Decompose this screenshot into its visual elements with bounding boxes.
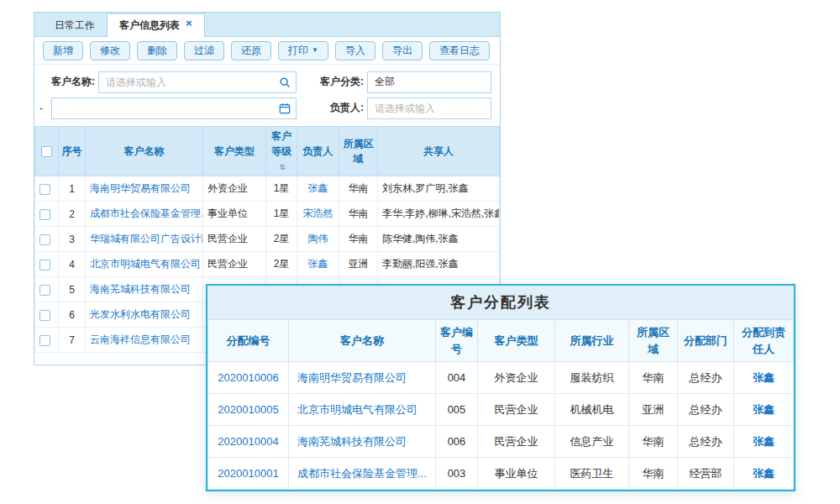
owner-link[interactable]: 陶伟: [308, 233, 328, 244]
col-header-owner[interactable]: 负责人: [297, 127, 339, 176]
customer-type: 外资企业: [478, 362, 555, 394]
department: 总经办: [678, 362, 734, 394]
sort-icon[interactable]: ⇅: [279, 163, 286, 171]
customer-name-cell: 华瑞城有限公司广告设计部: [86, 227, 203, 252]
col-header-alloc-no: 分配编号: [208, 320, 289, 362]
alloc-no-link[interactable]: 2020010005: [218, 403, 278, 416]
date-range-dash: -: [39, 102, 48, 114]
import-button[interactable]: 导入: [335, 41, 375, 60]
row-check-cell: [35, 227, 59, 252]
alloc-no-link[interactable]: 2020010004: [218, 435, 278, 448]
modify-button[interactable]: 修改: [90, 41, 130, 60]
alloc-no-link[interactable]: 2020010006: [218, 371, 278, 384]
select-all-checkbox[interactable]: [41, 146, 52, 157]
owner-label: 负责人:: [330, 101, 364, 115]
region: 华南: [339, 227, 378, 252]
customer-name-cell: 海南芜城科技有限公司: [289, 426, 436, 458]
row-checkbox[interactable]: [39, 234, 50, 245]
alloc-no-link[interactable]: 2020010001: [218, 467, 278, 480]
view-log-button[interactable]: 查看日志: [429, 41, 490, 60]
tab-daily-work[interactable]: 日常工作: [43, 14, 107, 36]
customer-type: 民营企业: [203, 227, 266, 252]
tab-close-icon[interactable]: ×: [186, 18, 192, 29]
col-header-no[interactable]: 序号: [59, 127, 86, 176]
customer-name-link[interactable]: 北京市明城电气有限公司: [297, 403, 417, 416]
shared-people: 刘东林,罗广明,张鑫: [378, 176, 500, 202]
customer-row[interactable]: 3 华瑞城有限公司广告设计部 民营企业 2星 陶伟 华南 陈华健,陶伟,张鑫: [35, 227, 500, 252]
customer-category-select[interactable]: 全部: [367, 71, 491, 93]
department: 总经办: [678, 426, 734, 458]
allocation-row[interactable]: 2020010006 海南明华贸易有限公司 004 外资企业 服装纺织 华南 总…: [208, 362, 794, 394]
customer-row[interactable]: 1 海南明华贸易有限公司 外资企业 1星 张鑫 华南 刘东林,罗广明,张鑫: [35, 176, 500, 202]
customer-name-link[interactable]: 海南明华贸易有限公司: [297, 371, 407, 384]
delete-button[interactable]: 删除: [137, 41, 177, 60]
customer-name-link[interactable]: 云南海祥信息有限公司: [90, 333, 191, 345]
customer-row[interactable]: 2 成都市社会保险基金管理... 事业单位 1星 宋浩然 华南 李华,李婷,柳琳…: [35, 202, 500, 227]
customer-row[interactable]: 4 北京市明城电气有限公司 民营企业 2星 张鑫 亚洲 李勤丽,阳强,张鑫: [35, 252, 500, 277]
row-check-cell: [35, 176, 59, 202]
row-no: 7: [59, 328, 86, 353]
customer-name-link[interactable]: 海南芜城科技有限公司: [297, 435, 407, 448]
assignee-link[interactable]: 张鑫: [753, 467, 774, 480]
export-button[interactable]: 导出: [382, 41, 423, 60]
customer-name-input[interactable]: [99, 72, 296, 92]
assignee-cell: 张鑫: [734, 426, 794, 458]
restore-button[interactable]: 还原: [231, 41, 271, 60]
col-header-region[interactable]: 所属区域: [339, 127, 378, 176]
col-header-customer-type[interactable]: 客户类型: [203, 127, 266, 176]
assignee-link[interactable]: 张鑫: [753, 403, 774, 416]
assignee-link[interactable]: 张鑫: [753, 371, 774, 384]
row-checkbox[interactable]: [39, 260, 50, 270]
alloc-no-cell: 2020010005: [208, 394, 289, 426]
add-button[interactable]: 新增: [43, 41, 83, 60]
row-no: 3: [59, 227, 86, 252]
customer-name-link[interactable]: 成都市社会保险基金管理...: [90, 207, 203, 219]
customer-name-link[interactable]: 光发水利水电有限公司: [90, 308, 191, 320]
industry: 机械机电: [555, 394, 629, 426]
customer-no: 004: [436, 362, 478, 394]
region: 亚洲: [339, 252, 378, 277]
row-no: 5: [59, 277, 86, 302]
filter-button[interactable]: 过滤: [184, 41, 224, 60]
row-checkbox[interactable]: [39, 335, 50, 346]
filter-area: 客户名称: 客户分类: 全部 -: [34, 65, 500, 126]
allocation-row[interactable]: 2020010001 成都市社会保险基金管理... 003 事业单位 医药卫生 …: [208, 458, 794, 490]
alloc-no-cell: 2020010004: [208, 426, 289, 458]
row-checkbox[interactable]: [39, 209, 50, 220]
allocation-row[interactable]: 2020010004 海南芜城科技有限公司 006 民营企业 信息产业 华南 总…: [208, 426, 794, 458]
col-header-customer-level[interactable]: 客户等级⇅: [266, 127, 297, 176]
search-icon[interactable]: [279, 76, 291, 88]
allocation-row[interactable]: 2020010005 北京市明城电气有限公司 005 民营企业 机械机电 亚洲 …: [208, 394, 794, 426]
row-checkbox[interactable]: [39, 285, 50, 296]
customer-name-link[interactable]: 海南明华贸易有限公司: [90, 182, 191, 194]
customer-name-link[interactable]: 海南芜城科技有限公司: [90, 283, 191, 295]
filter-row-1: 客户名称: 客户分类: 全部: [34, 69, 500, 95]
region: 华南: [339, 176, 378, 202]
row-check-cell: [35, 302, 59, 328]
date-input[interactable]: [52, 98, 296, 118]
customer-name-link[interactable]: 北京市明城电气有限公司: [90, 258, 201, 270]
owner-cell: 宋浩然: [297, 202, 339, 227]
col-header-customer-name[interactable]: 客户名称: [86, 127, 203, 176]
shared-people: 陈华健,陶伟,张鑫: [378, 227, 500, 252]
owner-link[interactable]: 宋浩然: [303, 207, 333, 219]
owner-link[interactable]: 张鑫: [308, 258, 328, 270]
owner-input[interactable]: [368, 98, 491, 118]
col-header-shared[interactable]: 共享人: [378, 127, 500, 176]
row-checkbox[interactable]: [39, 184, 50, 195]
owner-link[interactable]: 张鑫: [308, 182, 328, 194]
assignee-cell: 张鑫: [734, 458, 794, 490]
customer-name-cell: 北京市明城电气有限公司: [289, 394, 436, 426]
customer-name-cell: 云南海祥信息有限公司: [86, 328, 203, 353]
customer-type: 事业单位: [478, 458, 555, 490]
toolbar: 新增 修改 删除 过滤 还原 打印 ▼ 导入 导出 查看日志: [34, 37, 500, 65]
row-checkbox[interactable]: [39, 310, 50, 321]
customer-name-link[interactable]: 华瑞城有限公司广告设计部: [90, 233, 203, 244]
row-no: 6: [59, 302, 86, 328]
tab-customer-info-list[interactable]: 客户信息列表 ×: [107, 13, 205, 37]
calendar-icon[interactable]: [279, 102, 291, 114]
customer-name-link[interactable]: 成都市社会保险基金管理...: [297, 467, 427, 480]
assignee-link[interactable]: 张鑫: [753, 435, 774, 448]
print-button[interactable]: 打印 ▼: [278, 41, 328, 60]
customer-category-label: 客户分类:: [320, 75, 364, 89]
